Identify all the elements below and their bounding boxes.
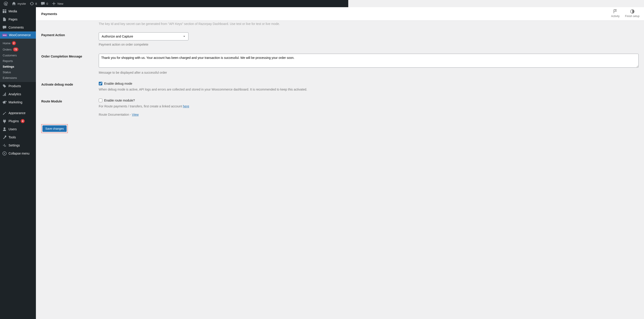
sidebar-label: WooCommerce (9, 33, 31, 37)
woocommerce-icon: woo (2, 34, 7, 37)
site-link[interactable]: mysite (10, 0, 28, 7)
woocommerce-submenu: Home 2 Orders 72 Customers Reports Setti… (0, 39, 36, 82)
appearance-icon (2, 111, 7, 115)
page-title: Payments (41, 12, 57, 16)
site-name: mysite (18, 2, 26, 6)
comments-count: 0 (46, 2, 48, 6)
tools-icon (2, 135, 7, 140)
updates-link[interactable]: 8 (28, 0, 39, 7)
route-here-link[interactable]: here (183, 105, 189, 108)
sidebar-item-settings[interactable]: Settings (0, 141, 36, 149)
submenu-orders[interactable]: Orders 72 (0, 46, 36, 53)
comment-icon (40, 1, 45, 6)
wp-logo[interactable] (2, 0, 10, 7)
page-header: Payments Activity Finish setup (36, 7, 348, 21)
route-doc: Route Documentation - View (99, 112, 348, 117)
submenu-label: Extensions (3, 76, 17, 80)
marketing-icon (2, 100, 7, 105)
route-checkbox-label: Enable route module? (104, 99, 135, 102)
debug-checkbox[interactable] (99, 82, 102, 85)
sidebar-label: Users (8, 127, 17, 131)
submenu-label: Home (3, 42, 10, 45)
submenu-status[interactable]: Status (0, 69, 36, 75)
media-icon (2, 9, 7, 14)
sidebar-label: Products (8, 84, 21, 88)
submenu-label: Orders (3, 48, 12, 51)
route-help: For Route payments / transfers, first cr… (99, 104, 348, 109)
sidebar-label: Analytics (8, 92, 21, 96)
route-checkbox-wrapper[interactable]: Enable route module? (99, 99, 348, 102)
sidebar-label: Settings (8, 144, 20, 147)
badge: 72 (13, 47, 18, 52)
debug-checkbox-wrapper[interactable]: Enable debug mode (99, 82, 348, 85)
sidebar-label: Comments (8, 26, 24, 29)
plugins-icon (2, 119, 7, 123)
sidebar-item-woocommerce[interactable]: woo WooCommerce (0, 32, 36, 39)
comments-link[interactable]: 0 (39, 0, 50, 7)
submenu-label: Status (3, 71, 11, 74)
sidebar-item-media[interactable]: Media (0, 7, 36, 15)
content-area: Payments Activity Finish setup The key I… (36, 7, 348, 174)
submenu-settings[interactable]: Settings (0, 64, 36, 69)
update-icon (30, 1, 34, 6)
field-debug-mode: Activate debug mode Enable debug mode Wh… (41, 75, 348, 92)
payment-action-help: Payment action on order compelete (99, 42, 348, 47)
sidebar-item-plugins[interactable]: Plugins 4 (0, 117, 36, 125)
field-route-module: Route Module Enable route module? For Ro… (41, 92, 348, 117)
sidebar-item-pages[interactable]: Pages (0, 15, 36, 23)
settings-icon (2, 143, 7, 148)
save-changes-button[interactable]: Save changes (42, 125, 67, 132)
sidebar-label: Pages (8, 18, 18, 21)
sidebar-label: Collapse menu (8, 152, 30, 155)
completion-message-help: Message to be displayed after a successf… (99, 70, 348, 75)
route-view-link[interactable]: View (132, 113, 139, 116)
comments-icon (2, 25, 7, 30)
collapse-icon (2, 151, 7, 156)
field-completion-message: Order Completion Message Message to be d… (41, 47, 348, 75)
new-label: New (58, 2, 63, 6)
debug-label: Activate debug mode (41, 82, 99, 92)
debug-help: When debug mode is active, API logs and … (99, 87, 348, 92)
analytics-icon (2, 92, 7, 96)
sidebar-item-users[interactable]: Users (0, 125, 36, 133)
completion-message-label: Order Completion Message (41, 54, 99, 75)
products-icon (2, 84, 7, 88)
debug-checkbox-label: Enable debug mode (104, 82, 132, 85)
sidebar-item-marketing[interactable]: Marketing (0, 98, 36, 106)
sidebar-label: Tools (8, 135, 16, 139)
route-label: Route Module (41, 99, 99, 117)
settings-form: The key Id and key secret can be generat… (36, 21, 348, 138)
submenu-reports[interactable]: Reports (0, 58, 36, 64)
sidebar-item-products[interactable]: Products (0, 82, 36, 90)
route-checkbox[interactable] (99, 99, 102, 102)
field-payment-action: Payment Action Authorize and Capture Pay… (41, 26, 348, 47)
submenu-label: Customers (3, 54, 17, 57)
completion-message-textarea[interactable] (99, 54, 348, 68)
badge: 4 (21, 119, 25, 123)
sidebar-label: Appearance (8, 111, 26, 115)
wordpress-icon (4, 1, 8, 6)
sidebar-item-tools[interactable]: Tools (0, 133, 36, 141)
home-icon (12, 1, 16, 6)
new-content-link[interactable]: New (50, 0, 65, 7)
pages-icon (2, 17, 7, 22)
submenu-home[interactable]: Home 2 (0, 40, 36, 46)
sidebar-item-comments[interactable]: Comments (0, 23, 36, 32)
route-doc-text: Route Documentation - (99, 113, 132, 116)
sidebar-item-analytics[interactable]: Analytics (0, 90, 36, 98)
sidebar-item-collapse[interactable]: Collapse menu (0, 149, 36, 157)
plus-icon (52, 1, 56, 6)
api-help-partial: The key Id and key secret can be generat… (41, 21, 348, 26)
sidebar-label: Marketing (8, 100, 22, 104)
submenu-extensions[interactable]: Extensions (0, 75, 36, 81)
badge: 2 (12, 41, 16, 45)
updates-count: 8 (36, 2, 37, 6)
sidebar-label: Media (8, 10, 17, 13)
submenu-label: Settings (3, 65, 14, 68)
sidebar-item-appearance[interactable]: Appearance (0, 109, 36, 117)
route-help-text: For Route payments / transfers, first cr… (99, 105, 183, 108)
admin-bar: mysite 8 0 New (0, 0, 348, 7)
admin-sidebar: Media Pages Comments woo WooCommerce Hom… (0, 7, 36, 174)
payment-action-select[interactable]: Authorize and Capture (99, 32, 188, 41)
submenu-customers[interactable]: Customers (0, 53, 36, 58)
